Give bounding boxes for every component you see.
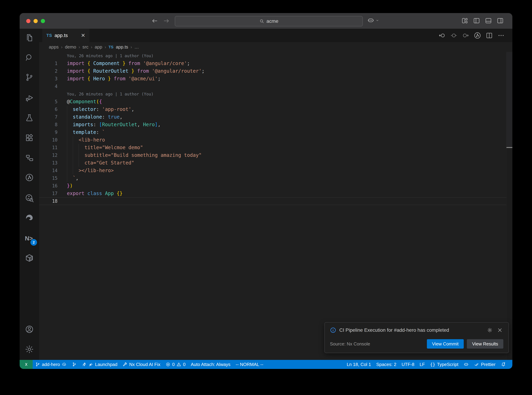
git-branch-status[interactable]: add-hero bbox=[33, 360, 69, 369]
line-number: 10 bbox=[39, 136, 67, 144]
editor-scrollbar[interactable] bbox=[506, 52, 512, 360]
view-results-button[interactable]: View Results bbox=[467, 339, 503, 349]
navigate-forward-button[interactable] bbox=[162, 16, 171, 25]
view-commit-button[interactable]: View Commit bbox=[427, 339, 464, 349]
navigate-back-button[interactable] bbox=[150, 16, 159, 25]
tab-app-ts[interactable]: TS app.ts ✕ bbox=[42, 29, 90, 42]
breadcrumb-item-file[interactable]: app.ts bbox=[116, 44, 128, 50]
code-editor[interactable]: You, 26 minutes ago | 1 author (You)1imp… bbox=[39, 52, 512, 360]
breadcrumb: apps › demo › src › app › TS app.ts › … bbox=[39, 42, 512, 52]
problems-status[interactable]: 0 0 bbox=[163, 360, 188, 369]
breadcrumb-item-apps[interactable]: apps bbox=[49, 44, 59, 50]
notification-close-button[interactable] bbox=[496, 327, 503, 334]
code-line-14[interactable]: 14 ></lib-hero> bbox=[39, 167, 506, 174]
remote-indicator[interactable] bbox=[20, 360, 33, 369]
launchpad-status[interactable]: Launchpad bbox=[79, 360, 120, 369]
cursor-position-status[interactable]: Ln 18, Col 1 bbox=[344, 360, 374, 369]
auto-attach-status[interactable]: Auto Attach: Always bbox=[188, 360, 233, 369]
copilot-status[interactable] bbox=[461, 360, 471, 369]
code-line-3[interactable]: 3import { Hero } from '@acme/ui'; bbox=[39, 75, 506, 82]
sidebar-item-run-debug[interactable] bbox=[24, 92, 35, 103]
vim-mode-label: -- NORMAL -- bbox=[236, 362, 263, 367]
code-line-2[interactable]: 2import { RouterOutlet } from '@angular/… bbox=[39, 67, 506, 75]
code-line-11[interactable]: 11 title="Welcmoe demo" bbox=[39, 144, 506, 151]
gear-icon bbox=[487, 327, 493, 333]
code-line-7[interactable]: 7 standalone: true, bbox=[39, 113, 506, 121]
language-mode-status[interactable]: {} TypeScript bbox=[427, 360, 461, 369]
vim-mode-status[interactable]: -- NORMAL -- bbox=[233, 360, 266, 369]
line-number: 1 bbox=[39, 60, 67, 67]
formatter-status[interactable]: Prettier bbox=[471, 360, 498, 369]
code-line-6[interactable]: 6 selector: 'app-root', bbox=[39, 105, 506, 113]
breadcrumb-item-symbol[interactable]: … bbox=[134, 44, 139, 50]
code-line-1[interactable]: 1import { Component } from '@angular/cor… bbox=[39, 60, 506, 67]
toggle-primary-sidebar-button[interactable] bbox=[473, 16, 481, 25]
sidebar-item-commit-graph[interactable] bbox=[24, 172, 35, 183]
sidebar-item-source-control[interactable] bbox=[24, 72, 35, 83]
code-line-18[interactable]: 18 bbox=[39, 197, 506, 205]
encoding-status[interactable]: UTF-8 bbox=[399, 360, 417, 369]
notification-title: CI Pipeline Execution for #add-hero has … bbox=[339, 327, 483, 333]
indentation-status[interactable]: Spaces: 2 bbox=[374, 360, 399, 369]
sidebar-item-references[interactable] bbox=[24, 152, 35, 163]
sidebar-item-extensions[interactable] bbox=[24, 132, 35, 143]
code-line-17[interactable]: 17export class App {} bbox=[39, 190, 506, 197]
line-number: 9 bbox=[39, 128, 67, 136]
notifications-bell[interactable] bbox=[498, 360, 509, 369]
code-line-8[interactable]: 8 imports: [RouterOutlet, Hero], bbox=[39, 121, 506, 128]
next-change-button[interactable] bbox=[462, 32, 470, 39]
nx-cloud-fix-status[interactable]: Nx Cloud AI Fix bbox=[120, 360, 163, 369]
code-line-4[interactable]: 4 bbox=[39, 82, 506, 90]
copilot-icon bbox=[367, 17, 374, 24]
sidebar-right-icon bbox=[497, 17, 504, 24]
code-line-9[interactable]: 9 template: ` bbox=[39, 128, 506, 136]
sidebar-item-edge-tools[interactable] bbox=[24, 213, 35, 224]
code-line-13[interactable]: 13 cta="Get Started" bbox=[39, 159, 506, 167]
zoom-window-button[interactable] bbox=[41, 19, 45, 23]
settings-button[interactable] bbox=[24, 344, 35, 355]
close-window-button[interactable] bbox=[26, 19, 30, 23]
sidebar-item-search[interactable] bbox=[24, 52, 35, 63]
toggle-secondary-sidebar-button[interactable] bbox=[496, 16, 504, 25]
sidebar-left-icon bbox=[473, 17, 480, 24]
current-change-button[interactable] bbox=[450, 32, 458, 39]
blame-row[interactable]: You, 26 minutes ago | 1 author (You) bbox=[39, 90, 506, 98]
customize-layout-button[interactable] bbox=[461, 16, 469, 25]
sidebar-item-commit-search[interactable] bbox=[24, 192, 35, 203]
notification-settings-button[interactable] bbox=[486, 327, 493, 334]
breadcrumb-item-app[interactable]: app bbox=[95, 44, 102, 50]
code-line-16[interactable]: 16}) bbox=[39, 182, 506, 190]
split-editor-button[interactable] bbox=[485, 32, 493, 39]
close-tab-icon[interactable]: ✕ bbox=[81, 33, 85, 38]
blame-row[interactable]: You, 26 minutes ago | 1 author (You) bbox=[39, 52, 506, 60]
line-number: 6 bbox=[39, 105, 67, 113]
code-line-12[interactable]: 12 subtitle="Build something amazing tod… bbox=[39, 151, 506, 159]
command-center-search[interactable]: acme bbox=[175, 16, 363, 27]
sidebar-item-explorer[interactable] bbox=[24, 32, 35, 43]
copilot-menu-button[interactable] bbox=[367, 17, 379, 24]
breadcrumb-item-demo[interactable]: demo bbox=[65, 44, 76, 50]
minimize-window-button[interactable] bbox=[33, 19, 38, 23]
code-line-10[interactable]: 10 <lib-hero bbox=[39, 136, 506, 144]
source-control-graph-button[interactable] bbox=[473, 32, 481, 39]
code-text: export class App {} bbox=[67, 190, 123, 197]
files-icon bbox=[25, 33, 34, 42]
previous-change-button[interactable] bbox=[438, 32, 446, 39]
commit-graph-status[interactable] bbox=[69, 360, 79, 369]
code-line-15[interactable]: 15 `, bbox=[39, 174, 506, 182]
scrollbar-slider[interactable] bbox=[506, 52, 512, 147]
more-actions-button[interactable] bbox=[497, 32, 505, 39]
code-line-5[interactable]: 5@Component({ bbox=[39, 98, 506, 105]
sidebar-item-containers[interactable] bbox=[24, 252, 35, 263]
account-button[interactable] bbox=[24, 324, 35, 335]
line-number: 17 bbox=[39, 190, 67, 197]
sidebar-item-testing[interactable] bbox=[24, 112, 35, 123]
graph-search-icon bbox=[25, 193, 34, 203]
breadcrumb-item-src[interactable]: src bbox=[82, 44, 88, 50]
main-area: N> 2 TS bbox=[20, 29, 512, 360]
title-bar: acme bbox=[20, 13, 512, 29]
eol-status[interactable]: LF bbox=[417, 360, 427, 369]
code-text: }) bbox=[67, 182, 73, 190]
toggle-panel-button[interactable] bbox=[484, 16, 493, 25]
sidebar-item-nx-console[interactable]: N> 2 bbox=[24, 233, 35, 244]
